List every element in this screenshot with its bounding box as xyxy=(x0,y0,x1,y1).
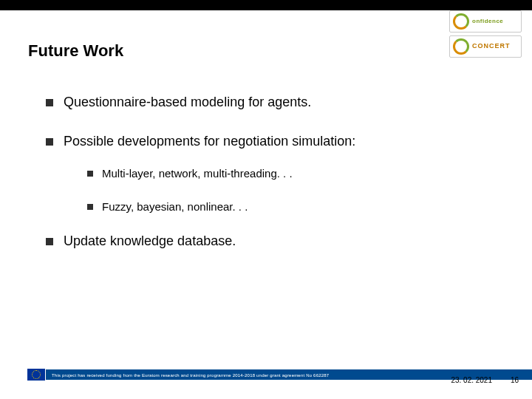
bullet-level2: Multi-layer, network, multi-threading. .… xyxy=(87,167,502,180)
logo-confidence: onfidence xyxy=(449,10,522,33)
square-bullet-icon xyxy=(46,99,53,106)
bullet-text: Possible developments for negotiation si… xyxy=(64,134,355,149)
slide-title: Future Work xyxy=(28,41,123,61)
swirl-icon xyxy=(453,13,469,30)
bullet-level1: Possible developments for negotiation si… xyxy=(46,134,502,149)
top-black-bar xyxy=(0,0,532,10)
square-bullet-icon xyxy=(46,238,53,245)
swirl-icon xyxy=(453,38,469,55)
square-bullet-icon xyxy=(87,204,93,210)
bullet-text: Update knowledge database. xyxy=(64,233,236,249)
bullet-level1: Update knowledge database. xyxy=(46,233,502,249)
square-bullet-icon xyxy=(87,171,93,177)
footer-page-number: 16 xyxy=(511,376,519,384)
bullet-text: Questionnaire-based modeling for agents. xyxy=(64,95,311,110)
funding-text: This project has received funding from t… xyxy=(52,373,329,378)
slide: onfidence CONCERT Future Work Questionna… xyxy=(0,0,532,399)
eu-stars-icon xyxy=(32,370,41,379)
bullet-text: Multi-layer, network, multi-threading. .… xyxy=(102,167,293,180)
footer-date: 23. 02. 2021 xyxy=(451,376,492,384)
footer: This project has received funding from t… xyxy=(0,368,532,399)
bullet-level1: Questionnaire-based modeling for agents. xyxy=(46,95,502,110)
logo-concert: CONCERT xyxy=(449,35,522,58)
square-bullet-icon xyxy=(46,138,53,146)
logo-confidence-brand: onfidence xyxy=(472,18,503,25)
content-area: Questionnaire-based modeling for agents.… xyxy=(46,95,502,273)
bullet-text: Fuzzy, bayesian, nonlinear. . . xyxy=(102,200,248,213)
logo-group: onfidence CONCERT xyxy=(449,10,522,58)
bullet-level2: Fuzzy, bayesian, nonlinear. . . xyxy=(87,200,502,213)
eu-flag-icon xyxy=(27,368,46,381)
sub-bullet-group: Multi-layer, network, multi-threading. .… xyxy=(87,167,502,213)
logo-concert-brand: CONCERT xyxy=(472,43,511,50)
